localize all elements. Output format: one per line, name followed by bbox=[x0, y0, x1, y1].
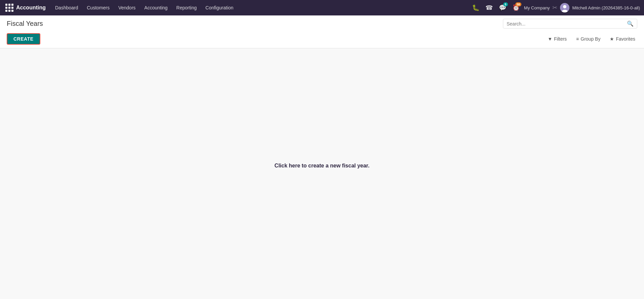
filters-button[interactable]: ▼ Filters bbox=[546, 35, 569, 43]
navbar-right: 🐛 ☎ 💬 5 ⏰ 38 My Company ✂ Mitchell Admin… bbox=[470, 2, 640, 13]
bug-icon-button[interactable]: 🐛 bbox=[470, 2, 481, 13]
create-button[interactable]: CREATE bbox=[7, 33, 40, 45]
star-icon: ★ bbox=[610, 36, 614, 42]
nav-configuration[interactable]: Configuration bbox=[202, 3, 238, 12]
search-icon[interactable]: 🔍 bbox=[627, 20, 634, 27]
filters-label: Filters bbox=[554, 36, 567, 42]
search-bar: 🔍 bbox=[503, 19, 637, 29]
apps-menu-button[interactable] bbox=[4, 2, 15, 13]
nav-vendors[interactable]: Vendors bbox=[114, 3, 139, 12]
filter-icon: ▼ bbox=[548, 36, 552, 42]
apps-grid-icon bbox=[5, 4, 13, 12]
user-name[interactable]: Mitchell Admin (20264385-16-0-all) bbox=[572, 5, 640, 10]
nav-reporting[interactable]: Reporting bbox=[172, 3, 201, 12]
svg-point-1 bbox=[563, 5, 566, 8]
nav-accounting[interactable]: Accounting bbox=[140, 3, 172, 12]
nav-customers[interactable]: Customers bbox=[83, 3, 114, 12]
navbar: Accounting Dashboard Customers Vendors A… bbox=[0, 0, 644, 15]
toolbar-row: CREATE ▼ Filters ≡ Group By ★ Favorites bbox=[7, 31, 637, 48]
page-title: Fiscal Years bbox=[7, 20, 503, 28]
activities-badge: 38 bbox=[515, 2, 521, 6]
messages-badge: 5 bbox=[503, 2, 508, 6]
brand-label[interactable]: Accounting bbox=[16, 5, 46, 11]
favorites-button[interactable]: ★ Favorites bbox=[608, 35, 637, 43]
group-by-icon: ≡ bbox=[576, 36, 579, 42]
phone-icon-button[interactable]: ☎ bbox=[484, 2, 495, 13]
messages-icon-button[interactable]: 💬 5 bbox=[497, 2, 508, 13]
group-by-button[interactable]: ≡ Group By bbox=[574, 35, 602, 43]
page-header: Fiscal Years 🔍 CREATE ▼ Filters ≡ Group … bbox=[0, 15, 644, 48]
search-input[interactable] bbox=[507, 21, 627, 27]
nav-separator: ✂ bbox=[552, 4, 557, 11]
empty-state-message: Click here to create a new fiscal year. bbox=[274, 163, 370, 169]
user-avatar[interactable] bbox=[560, 3, 569, 12]
activities-icon-button[interactable]: ⏰ 38 bbox=[511, 2, 521, 13]
group-by-label: Group By bbox=[581, 36, 600, 42]
nav-dashboard[interactable]: Dashboard bbox=[51, 3, 82, 12]
company-name[interactable]: My Company bbox=[524, 5, 550, 10]
filter-group: ▼ Filters ≡ Group By ★ Favorites bbox=[546, 35, 637, 43]
empty-state[interactable]: Click here to create a new fiscal year. bbox=[274, 163, 370, 169]
main-nav: Dashboard Customers Vendors Accounting R… bbox=[51, 3, 470, 12]
page-title-row: Fiscal Years 🔍 bbox=[7, 15, 637, 31]
main-content: Click here to create a new fiscal year. bbox=[0, 48, 644, 283]
favorites-label: Favorites bbox=[616, 36, 635, 42]
